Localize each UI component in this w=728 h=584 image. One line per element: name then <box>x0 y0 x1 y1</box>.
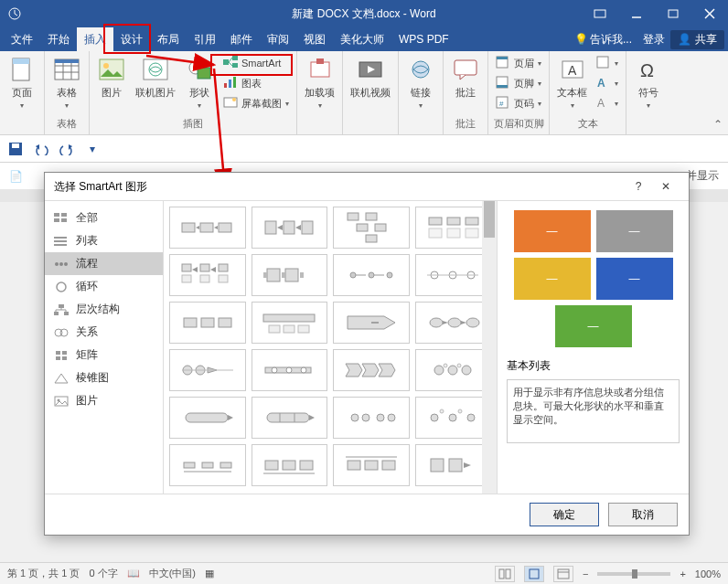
layout-thumb[interactable] <box>169 444 246 486</box>
addins-button[interactable]: 加载项 ▾ <box>301 53 338 111</box>
print-layout-icon[interactable] <box>524 566 544 582</box>
close-icon[interactable]: ✕ <box>652 180 680 193</box>
quickparts-button[interactable]: ▾ <box>593 53 622 73</box>
layout-thumb[interactable] <box>415 397 492 439</box>
online-video-button[interactable]: 联机视频 <box>347 53 394 101</box>
shapes-icon <box>185 55 214 84</box>
layout-thumb[interactable] <box>252 349 328 391</box>
minimize-icon[interactable] <box>618 0 655 27</box>
layout-thumb[interactable] <box>415 254 492 296</box>
layout-thumb[interactable] <box>333 254 410 296</box>
cat-relationship[interactable]: 关系 <box>45 321 163 344</box>
read-mode-icon[interactable] <box>495 566 515 582</box>
online-picture-button[interactable]: 联机图片 <box>132 53 179 101</box>
smartart-button[interactable]: SmartArt <box>219 53 293 73</box>
layout-thumb[interactable] <box>333 349 410 391</box>
chart-button[interactable]: 图表 <box>219 73 293 93</box>
symbol-button[interactable]: Ω 符号 ▾ <box>630 53 667 111</box>
cat-list[interactable]: 列表 <box>45 229 163 252</box>
cat-process[interactable]: 流程 <box>45 252 163 275</box>
table-button[interactable]: 表格 ▾ <box>48 53 85 111</box>
layout-thumb[interactable] <box>415 302 492 344</box>
page-status[interactable]: 第 1 页，共 1 页 <box>7 567 80 580</box>
help-icon[interactable]: ? <box>625 180 652 193</box>
gallery-scrollbar[interactable] <box>482 201 497 494</box>
dropcap-button[interactable]: A▾ <box>593 93 622 113</box>
svg-rect-20 <box>223 59 229 65</box>
online-picture-icon <box>141 55 170 84</box>
screenshot-button[interactable]: 屏幕截图 ▾ <box>219 93 293 113</box>
comment-icon <box>451 55 480 84</box>
shapes-button[interactable]: 形状 ▾ <box>181 53 218 111</box>
tab-mailings[interactable]: 邮件 <box>223 27 260 51</box>
word-count[interactable]: 0 个字 <box>89 567 117 580</box>
close-icon[interactable] <box>691 0 728 27</box>
picture-button[interactable]: 图片 <box>93 53 130 101</box>
cat-all[interactable]: 全部 <box>45 207 163 229</box>
cat-pyramid[interactable]: 棱锥图 <box>45 366 163 389</box>
tab-beautify[interactable]: 美化大师 <box>333 27 391 51</box>
zoom-level[interactable]: 100% <box>695 568 721 579</box>
layout-thumb[interactable] <box>333 444 410 486</box>
layout-thumb[interactable] <box>415 444 492 486</box>
zoom-in-icon[interactable]: + <box>680 568 685 579</box>
links-button[interactable]: 链接 ▾ <box>402 53 439 111</box>
tab-references[interactable]: 引用 <box>187 27 223 51</box>
wordart-icon: A <box>596 76 611 90</box>
layout-thumb[interactable] <box>252 302 328 344</box>
footer-icon <box>496 76 510 90</box>
maximize-icon[interactable] <box>655 0 691 27</box>
share-button[interactable]: 👤 共享 <box>670 30 724 49</box>
layout-thumb[interactable] <box>252 444 328 486</box>
layout-thumb[interactable] <box>333 397 410 439</box>
layout-thumb[interactable] <box>252 207 328 249</box>
redo-icon[interactable] <box>57 139 77 159</box>
layout-thumb[interactable] <box>169 397 246 439</box>
login-button[interactable]: 登录 <box>637 32 670 48</box>
pagenum-button[interactable]: #页码▾ <box>492 93 545 113</box>
cat-picture[interactable]: 图片 <box>45 389 163 412</box>
chevron-down-icon: ▾ <box>571 101 574 110</box>
language-status[interactable]: 中文(中国) <box>149 567 196 580</box>
tab-review[interactable]: 审阅 <box>260 27 296 51</box>
cat-matrix[interactable]: 矩阵 <box>45 344 163 366</box>
spellcheck-icon[interactable]: 📖 <box>127 568 140 579</box>
layout-thumb[interactable] <box>333 207 410 249</box>
web-layout-icon[interactable] <box>553 566 573 582</box>
layout-thumb[interactable] <box>252 397 328 439</box>
textbox-button[interactable]: A 文本框 ▾ <box>553 53 591 111</box>
tab-wpspdf[interactable]: WPS PDF <box>391 27 456 51</box>
layout-thumb[interactable] <box>333 302 410 344</box>
tab-layout[interactable]: 布局 <box>150 27 187 51</box>
tab-home[interactable]: 开始 <box>40 27 77 51</box>
cancel-button[interactable]: 取消 <box>608 503 678 526</box>
qat-customize-icon[interactable]: ▾ <box>82 139 102 159</box>
tell-me[interactable]: 💡 告诉我... <box>569 32 637 48</box>
cat-hierarchy[interactable]: 层次结构 <box>45 298 163 321</box>
wordart-button[interactable]: A▾ <box>593 73 622 93</box>
macro-icon[interactable]: ▦ <box>205 568 214 579</box>
layout-thumb[interactable] <box>169 254 246 296</box>
zoom-slider[interactable] <box>597 572 670 576</box>
layout-thumb[interactable] <box>415 207 492 249</box>
tab-view[interactable]: 视图 <box>296 27 333 51</box>
ok-button[interactable]: 确定 <box>530 503 599 526</box>
collapse-ribbon-icon[interactable]: ⌃ <box>713 118 723 131</box>
comment-button[interactable]: 批注 <box>447 53 484 101</box>
layout-thumb[interactable] <box>169 302 246 344</box>
zoom-out-icon[interactable]: − <box>583 568 588 579</box>
tab-file[interactable]: 文件 <box>4 27 40 51</box>
undo-icon[interactable] <box>31 139 51 159</box>
ribbon-display-icon[interactable] <box>582 0 618 27</box>
tab-design[interactable]: 设计 <box>113 27 150 51</box>
layout-thumb[interactable] <box>415 349 492 391</box>
layout-thumb[interactable] <box>252 254 328 296</box>
save-icon[interactable] <box>5 139 26 159</box>
footer-button[interactable]: 页脚▾ <box>492 73 545 93</box>
header-button[interactable]: 页眉▾ <box>492 53 545 73</box>
tab-insert[interactable]: 插入 <box>77 27 113 51</box>
layout-thumb[interactable] <box>169 349 246 391</box>
cat-cycle[interactable]: 循环 <box>45 275 163 298</box>
layout-thumb[interactable] <box>169 207 246 249</box>
pages-button[interactable]: 页面 ▾ <box>4 53 40 111</box>
